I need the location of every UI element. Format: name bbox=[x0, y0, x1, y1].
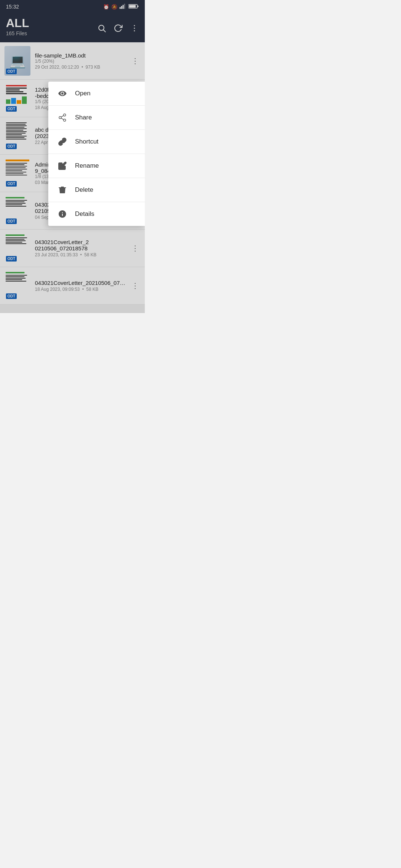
link-icon bbox=[57, 137, 68, 147]
svg-point-12 bbox=[63, 114, 66, 116]
svg-point-14 bbox=[63, 119, 66, 121]
menu-label-share: Share bbox=[75, 114, 92, 121]
eye-icon bbox=[57, 88, 68, 99]
menu-item-share[interactable]: Share bbox=[48, 106, 145, 130]
trash-icon bbox=[57, 185, 68, 195]
menu-label-details: Details bbox=[75, 210, 94, 218]
svg-line-16 bbox=[61, 116, 64, 117]
svg-point-13 bbox=[59, 116, 61, 119]
edit-icon bbox=[57, 161, 68, 171]
menu-item-details[interactable]: Details bbox=[48, 202, 145, 226]
menu-item-rename[interactable]: Rename bbox=[48, 154, 145, 178]
menu-label-delete: Delete bbox=[75, 186, 93, 194]
svg-line-15 bbox=[61, 118, 64, 120]
menu-item-delete[interactable]: Delete bbox=[48, 178, 145, 202]
share-icon bbox=[57, 112, 68, 123]
menu-label-rename: Rename bbox=[75, 162, 99, 170]
menu-item-shortcut[interactable]: Shortcut bbox=[48, 130, 145, 154]
info-icon bbox=[57, 209, 68, 219]
menu-item-open[interactable]: Open bbox=[48, 82, 145, 106]
menu-label-shortcut: Shortcut bbox=[75, 138, 98, 145]
menu-label-open: Open bbox=[75, 90, 91, 97]
context-menu: Open Share Shortcut bbox=[48, 82, 145, 226]
